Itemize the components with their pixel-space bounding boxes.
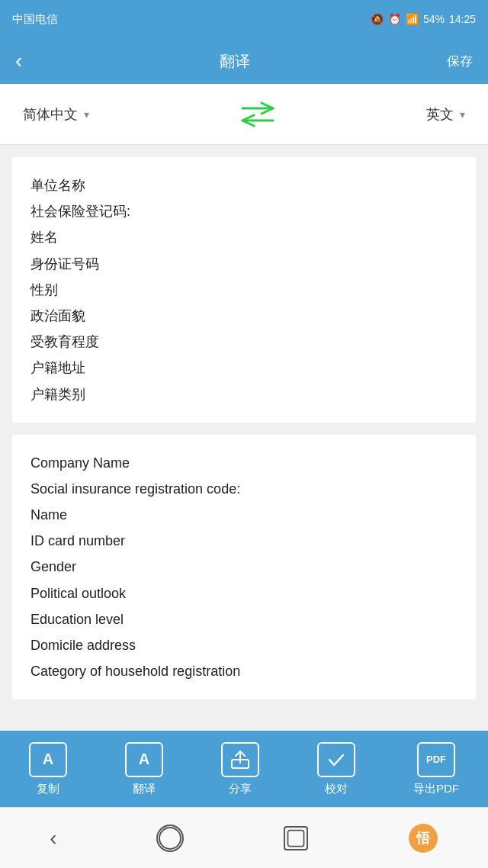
export-pdf-icon: PDF	[426, 754, 446, 765]
chinese-line-1: 单位名称	[30, 172, 458, 198]
export-pdf-toolbar-item[interactable]: PDF 导出PDF	[413, 742, 459, 796]
save-button[interactable]: 保存	[447, 53, 473, 70]
back-button[interactable]: ‹	[15, 49, 22, 73]
copy-label: 复制	[37, 782, 59, 796]
target-lang-dropdown-icon: ▾	[460, 108, 465, 121]
time-label: 14:25	[449, 13, 476, 25]
target-language-label: 英文	[426, 105, 454, 124]
share-label: 分享	[229, 782, 252, 796]
home-nav-button[interactable]	[156, 825, 184, 852]
back-nav-button[interactable]: ‹	[50, 826, 56, 850]
language-selector-bar: 简体中文 ▾ 英文 ▾	[0, 84, 488, 145]
status-icons: 🔕 ⏰ 📶 54% 14:25	[371, 13, 476, 25]
chinese-line-7: 受教育程度	[30, 329, 458, 355]
carrier-label: 中国电信	[12, 12, 58, 27]
page-title: 翻译	[220, 51, 250, 72]
source-lang-dropdown-icon: ▾	[84, 108, 89, 121]
english-text-panel: Company Name Social insurance registrati…	[12, 435, 476, 700]
signal-icon: 📶	[406, 13, 419, 25]
english-line-9: Category of household registration	[30, 658, 458, 684]
svg-text:悟: 悟	[416, 831, 431, 846]
english-line-3: Name	[30, 502, 458, 528]
user-avatar-button[interactable]: 悟	[408, 823, 438, 854]
translate-toolbar-item[interactable]: A 翻译	[125, 742, 163, 796]
status-bar: 中国电信 🔕 ⏰ 📶 54% 14:25	[0, 0, 488, 38]
english-line-4: ID card number	[30, 528, 458, 554]
english-line-2: Social insurance registration code:	[30, 476, 458, 502]
english-line-1: Company Name	[30, 450, 458, 476]
chinese-line-8: 户籍地址	[30, 355, 458, 381]
chinese-line-4: 身份证号码	[30, 251, 458, 277]
translate-label: 翻译	[133, 782, 156, 796]
export-pdf-icon-box: PDF	[417, 742, 455, 777]
svg-point-4	[159, 828, 181, 849]
proofread-icon	[326, 749, 347, 770]
content-area: 单位名称 社会保险登记码: 姓名 身份证号码 性别 政治面貌 受教育程度 户籍地…	[0, 145, 488, 724]
swap-language-button[interactable]	[239, 101, 277, 128]
battery-label: 54%	[423, 13, 445, 25]
copy-toolbar-item[interactable]: A 复制	[29, 742, 67, 796]
english-line-7: Education level	[30, 606, 458, 632]
translate-icon: A	[139, 751, 149, 768]
translate-icon-box: A	[125, 742, 163, 777]
source-language-label: 简体中文	[23, 105, 78, 124]
export-pdf-label: 导出PDF	[413, 782, 459, 796]
share-icon-box	[221, 742, 259, 777]
target-language-selector[interactable]: 英文 ▾	[426, 105, 465, 124]
chinese-line-2: 社会保险登记码:	[30, 198, 458, 224]
copy-icon-box: A	[29, 742, 67, 777]
recents-nav-button[interactable]	[284, 826, 308, 850]
proofread-toolbar-item[interactable]: 校对	[317, 742, 355, 796]
chinese-line-3: 姓名	[30, 224, 458, 250]
english-line-6: Political outlook	[30, 580, 458, 606]
nav-bar: ‹ 悟	[0, 807, 488, 868]
english-line-8: Domicile address	[30, 632, 458, 658]
source-language-selector[interactable]: 简体中文 ▾	[23, 105, 89, 124]
english-line-5: Gender	[30, 554, 458, 580]
title-bar: ‹ 翻译 保存	[0, 38, 488, 84]
no-signal-icon: 🔕	[371, 13, 384, 25]
alarm-icon: ⏰	[388, 13, 401, 25]
bottom-toolbar: A 复制 A 翻译 分享 校对 PDF 导出PDF	[0, 731, 488, 807]
chinese-line-6: 政治面貌	[30, 303, 458, 329]
proofread-icon-box	[317, 742, 355, 777]
chinese-line-9: 户籍类别	[30, 381, 458, 407]
chinese-text-panel: 单位名称 社会保险登记码: 姓名 身份证号码 性别 政治面貌 受教育程度 户籍地…	[12, 157, 476, 423]
share-icon	[230, 749, 251, 770]
copy-icon: A	[43, 751, 53, 768]
chinese-line-5: 性别	[30, 277, 458, 303]
share-toolbar-item[interactable]: 分享	[221, 742, 259, 796]
proofread-label: 校对	[325, 782, 348, 796]
svg-rect-5	[287, 830, 303, 846]
